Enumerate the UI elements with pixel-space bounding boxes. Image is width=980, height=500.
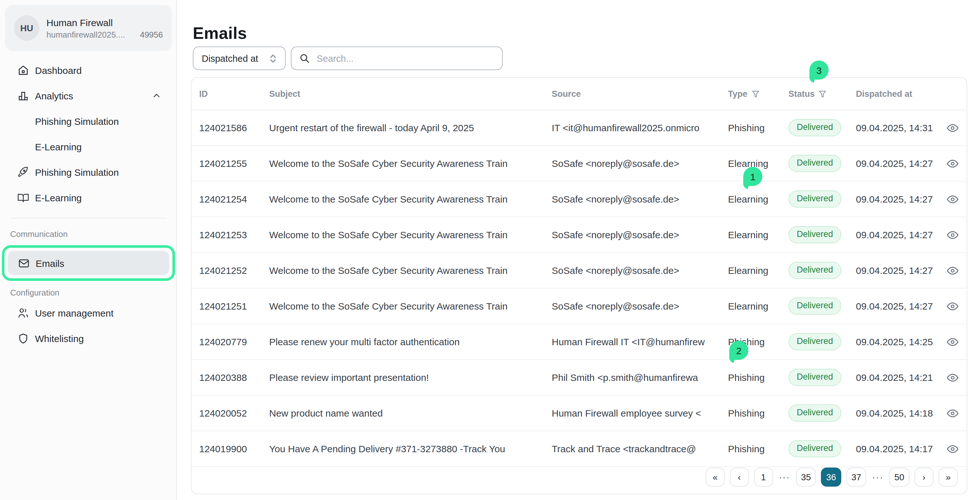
sidebar-item-phishing-simulation[interactable]: Phishing Simulation bbox=[0, 159, 177, 185]
cell-actions bbox=[939, 297, 967, 315]
pagination-page-36-button[interactable]: 36 bbox=[821, 467, 841, 486]
pagination-last-button[interactable]: » bbox=[939, 467, 958, 486]
cell-subject: Please review important presentation! bbox=[269, 372, 552, 383]
view-email-button[interactable] bbox=[944, 226, 961, 244]
cell-type: Phishing bbox=[728, 443, 789, 454]
view-email-button[interactable] bbox=[944, 297, 961, 315]
cell-actions bbox=[939, 226, 967, 244]
pagination-prev-button[interactable]: ‹ bbox=[730, 467, 749, 486]
table-row: 124020052New product name wantedHuman Fi… bbox=[191, 396, 967, 431]
sidebar-item-label: Phishing Simulation bbox=[35, 116, 119, 126]
sidebar-item-label: Phishing Simulation bbox=[35, 166, 119, 177]
cell-dispatched-at: 09.04.2025, 14:17 bbox=[856, 443, 939, 454]
sidebar-item-user-management[interactable]: User management bbox=[0, 300, 177, 326]
status-badge: Delivered bbox=[789, 120, 841, 136]
sidebar-item-analytics[interactable]: Analytics bbox=[0, 83, 177, 108]
cell-id: 124021251 bbox=[191, 300, 269, 312]
status-badge: Delivered bbox=[789, 227, 841, 243]
view-email-button[interactable] bbox=[944, 333, 961, 351]
sort-updown-icon bbox=[268, 53, 277, 63]
table-body: 124021586Urgent restart of the firewall … bbox=[191, 110, 967, 467]
cell-actions bbox=[939, 369, 967, 386]
cell-source: SoSafe <noreply@sosafe.de> bbox=[552, 193, 728, 204]
pagination-page-1-button[interactable]: 1 bbox=[754, 467, 773, 486]
cell-dispatched-at: 09.04.2025, 14:27 bbox=[856, 158, 939, 169]
emails-table-card: ID Subject Source Type Status Dispatched… bbox=[191, 77, 967, 494]
search-field bbox=[291, 46, 503, 70]
cell-actions bbox=[939, 155, 967, 172]
home-icon bbox=[16, 64, 29, 77]
table-row: 124021254Welcome to the SoSafe Cyber Sec… bbox=[191, 182, 967, 217]
cell-status: Delivered bbox=[789, 155, 856, 172]
sidebar-item-label: Analytics bbox=[35, 90, 73, 101]
account-org: humanfirewall2025.... bbox=[46, 30, 125, 39]
search-icon bbox=[299, 53, 310, 64]
column-header-dispatched-at: Dispatched at bbox=[856, 89, 939, 98]
pagination-page-35-button[interactable]: 35 bbox=[796, 467, 816, 486]
table-header-row: ID Subject Source Type Status Dispatched… bbox=[191, 78, 967, 110]
account-switcher[interactable]: HU Human Firewall humanfirewall2025.... … bbox=[5, 5, 172, 51]
cell-subject: New product name wanted bbox=[269, 407, 552, 419]
view-email-button[interactable] bbox=[944, 440, 961, 458]
table-row: 124021251Welcome to the SoSafe Cyber Sec… bbox=[191, 289, 967, 324]
users-icon bbox=[16, 307, 29, 319]
sidebar-nav: Dashboard Analytics Phishing Simulation … bbox=[0, 58, 177, 351]
sidebar-item-e-learning[interactable]: E-Learning bbox=[0, 185, 177, 210]
cell-source: SoSafe <noreply@sosafe.de> bbox=[552, 300, 728, 312]
sidebar-item-label: E-Learning bbox=[35, 192, 82, 203]
cell-source: Track and Trace <trackandtrace@ bbox=[552, 443, 728, 454]
sidebar-subitem-phishing-simulation[interactable]: Phishing Simulation bbox=[0, 108, 177, 134]
pagination-next-button[interactable]: › bbox=[915, 467, 934, 486]
cell-source: Human Firewall employee survey < bbox=[552, 407, 728, 419]
table-row: 124021253Welcome to the SoSafe Cyber Sec… bbox=[191, 217, 967, 253]
sidebar-subitem-e-learning[interactable]: E-Learning bbox=[0, 134, 177, 159]
cell-status: Delivered bbox=[789, 298, 856, 314]
filter-bar: Dispatched at bbox=[193, 46, 503, 70]
rocket-icon bbox=[16, 166, 29, 178]
status-badge: Delivered bbox=[789, 155, 841, 172]
sidebar-item-dashboard[interactable]: Dashboard bbox=[0, 58, 177, 83]
cell-status: Delivered bbox=[789, 334, 856, 350]
sidebar-item-whitelisting[interactable]: Whitelisting bbox=[0, 326, 177, 351]
sidebar-item-emails[interactable]: Emails bbox=[8, 251, 169, 275]
cell-source: Phil Smith <p.smith@humanfirewa bbox=[552, 372, 728, 383]
status-badge: Delivered bbox=[789, 441, 841, 457]
sidebar-item-label: Emails bbox=[36, 258, 64, 268]
cell-status: Delivered bbox=[789, 191, 856, 207]
pagination-page-37-button[interactable]: 37 bbox=[846, 467, 866, 486]
status-badge: Delivered bbox=[789, 334, 841, 350]
pagination-first-button[interactable]: « bbox=[705, 467, 724, 486]
view-email-button[interactable] bbox=[944, 404, 961, 422]
cell-dispatched-at: 09.04.2025, 14:27 bbox=[856, 265, 939, 276]
pagination-ellipsis: ··· bbox=[872, 467, 884, 486]
chevron-up-icon[interactable] bbox=[151, 91, 162, 101]
view-email-button[interactable] bbox=[944, 262, 961, 279]
cell-type: Phishing bbox=[728, 122, 789, 133]
view-email-button[interactable] bbox=[944, 190, 961, 208]
sidebar-section-configuration: Configuration bbox=[0, 285, 177, 300]
account-org-id: 49956 bbox=[140, 30, 163, 39]
filter-funnel-icon[interactable] bbox=[751, 89, 759, 98]
cell-dispatched-at: 09.04.2025, 14:21 bbox=[856, 372, 939, 383]
table-row: 124021586Urgent restart of the firewall … bbox=[191, 110, 967, 146]
view-email-button[interactable] bbox=[944, 155, 961, 172]
cell-status: Delivered bbox=[789, 441, 856, 457]
column-header-status: Status bbox=[789, 89, 856, 98]
column-header-subject: Subject bbox=[269, 89, 552, 98]
pagination: «‹1···353637···50›» bbox=[191, 460, 967, 494]
cell-subject: Welcome to the SoSafe Cyber Security Awa… bbox=[269, 300, 552, 312]
search-input[interactable] bbox=[315, 53, 494, 64]
status-badge: Delivered bbox=[789, 298, 841, 314]
view-email-button[interactable] bbox=[944, 369, 961, 386]
view-email-button[interactable] bbox=[944, 119, 961, 137]
cell-type: Elearning bbox=[728, 229, 789, 240]
filter-funnel-icon[interactable] bbox=[819, 89, 827, 98]
cell-id: 124021255 bbox=[191, 158, 269, 169]
sort-by-select[interactable]: Dispatched at bbox=[193, 46, 285, 70]
cell-id: 124021253 bbox=[191, 229, 269, 240]
cell-id: 124020052 bbox=[191, 407, 269, 419]
pagination-page-50-button[interactable]: 50 bbox=[889, 467, 909, 486]
sidebar-item-label: E-Learning bbox=[35, 141, 82, 152]
cell-source: SoSafe <noreply@sosafe.de> bbox=[552, 158, 728, 169]
cell-actions bbox=[939, 404, 967, 422]
